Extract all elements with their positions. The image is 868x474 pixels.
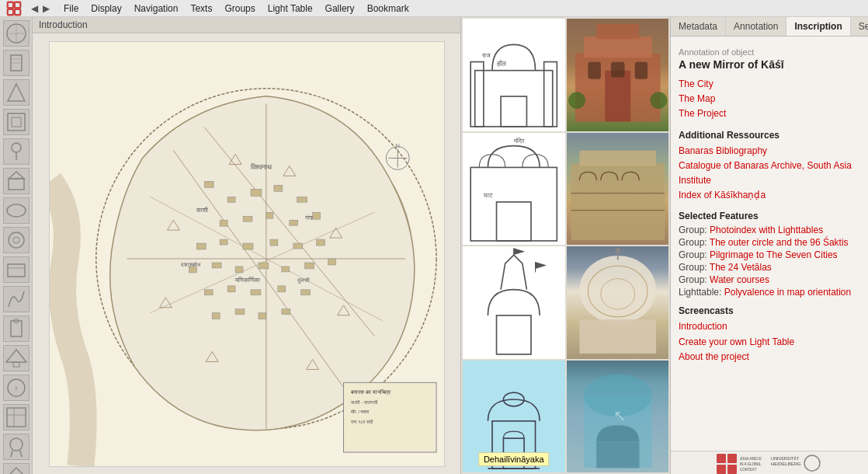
thumb-5[interactable] [463,246,565,359]
svg-rect-109 [596,24,639,40]
svg-rect-73 [300,289,310,295]
link-the-city[interactable]: The City [679,77,860,92]
svg-text:मीर / नक्शा: मीर / नक्शा [350,409,370,414]
link-about-project[interactable]: About the project [679,350,860,364]
thumb-6[interactable] [567,246,669,359]
group-link-5[interactable]: Water courses [710,274,769,285]
sidebar-thumb-8[interactable] [3,227,30,253]
sidebar-thumb-11[interactable] [3,315,30,342]
menu-bookmark[interactable]: Bookmark [361,2,415,16]
link-catalogue[interactable]: Catalogue of Banaras Archive, South Asia… [679,159,860,188]
link-index[interactable]: Index of Kāśīkhaṇḍa [679,188,860,203]
sidebar-thumb-2[interactable] [3,50,30,76]
svg-rect-69 [204,289,213,295]
group-link-3[interactable]: Pilgrimage to The Seven Cities [710,249,838,260]
app-logo [3,1,25,16]
svg-text:UNIVERSITÄT: UNIVERSITÄT [771,456,800,461]
group-line-3: Group: Pilgrimage to The Seven Cities [679,249,860,260]
annotation-label: Annotation of object [679,47,860,57]
svg-marker-24 [6,350,26,362]
menu-file[interactable]: File [57,2,85,16]
group-link-4[interactable]: The 24 Vetālas [710,262,772,273]
menu-texts[interactable]: Texts [184,2,218,16]
thumb-7[interactable]: Dehailīvināyaka [463,361,565,473]
group-link-2[interactable]: The outer circle and the 96 Śaktis [710,237,849,248]
tab-inscription[interactable]: Inscription [786,17,850,36]
sidebar-thumb-12[interactable] [3,345,30,371]
svg-rect-53 [266,212,273,218]
svg-marker-10 [8,84,25,101]
menu-groups[interactable]: Groups [218,2,261,16]
tab-search[interactable]: Search [851,17,868,36]
link-screencast-intro[interactable]: Introduction [679,319,860,334]
thumb-2[interactable] [567,19,669,131]
back-arrow[interactable]: ◀ [30,3,40,14]
thumb-3[interactable]: घाट मंदिर [463,133,565,246]
sidebar-thumb-4[interactable] [3,109,30,135]
sidebar-thumb-1[interactable] [3,20,30,47]
sidebar-thumb-14[interactable] [3,404,30,430]
sidebar-thumb-7[interactable] [3,197,30,224]
svg-rect-57 [220,239,227,245]
svg-text:हॉल: हॉल [496,60,506,68]
info-panel: Metadata Annotation Inscription Search A… [670,17,868,474]
sidebar-thumb-6[interactable] [3,168,30,194]
forward-arrow[interactable]: ▶ [41,3,51,14]
svg-rect-72 [277,285,285,291]
svg-rect-108 [583,37,651,58]
sidebar-thumb-5[interactable] [3,138,30,165]
svg-point-134 [615,248,620,253]
svg-rect-48 [250,189,261,196]
svg-rect-61 [316,239,325,246]
menu-gallery[interactable]: Gallery [319,2,361,16]
group-link-6[interactable]: Polyvalence in map orientation [724,287,851,298]
sidebar-thumb-13[interactable]: T [3,375,30,401]
svg-rect-60 [293,243,302,249]
menu-display[interactable]: Display [85,2,127,16]
svg-rect-120 [571,163,665,240]
svg-rect-103 [470,62,484,127]
svg-rect-64 [235,266,243,272]
svg-rect-12 [12,117,21,127]
link-the-map[interactable]: The Map [679,92,860,106]
sidebar-thumb-15[interactable] [3,434,30,460]
sidebar-thumb-16[interactable] [3,463,30,474]
svg-rect-116 [470,167,557,240]
svg-point-18 [9,232,24,248]
svg-text:काशी - वाराणसी: काशी - वाराणसी [350,399,377,405]
tab-metadata[interactable]: Metadata [671,17,726,36]
svg-text:विश्वनाथ: विश्वनाथ [249,163,272,171]
svg-rect-28 [7,408,26,427]
svg-rect-68 [328,258,335,264]
svg-rect-101 [475,71,553,127]
svg-rect-111 [588,62,600,79]
thumb-1[interactable]: हॉल राज [463,19,565,131]
link-banaras-bibliography[interactable]: Banaras Bibliography [679,144,860,159]
map-canvas[interactable]: विश्वनाथ काशी गंगा मणिकर्णिका दशाश्वमेध … [49,41,445,467]
group-line-4: Group: The 24 Vetālas [679,262,860,273]
svg-point-13 [12,143,21,152]
tab-annotation[interactable]: Annotation [726,17,786,36]
breadcrumb: Introduction [33,17,460,33]
svg-point-17 [7,204,26,217]
link-screencast-lighttable[interactable]: Create your own Light Table [679,335,860,350]
thumb-8[interactable]: ↖ [567,361,669,473]
svg-rect-146 [717,465,726,474]
group-line-2: Group: The outer circle and the 96 Śakti… [679,237,860,248]
svg-text:T: T [14,385,18,392]
link-the-project[interactable]: The Project [679,106,860,121]
info-content: Annotation of object A new Mirror of Kāś… [671,37,868,451]
svg-rect-110 [605,71,630,122]
thumb-4[interactable] [567,133,669,246]
svg-point-114 [568,92,585,109]
group-link-1[interactable]: Photoindex with Lighttables [710,225,823,235]
svg-rect-67 [304,262,314,268]
sidebar-thumb-3[interactable] [3,79,30,106]
svg-text:बनारस का मानचित्र: बनारस का मानचित्र [350,389,391,396]
svg-text:राज: राज [481,52,491,59]
menu-navigation[interactable]: Navigation [128,2,185,16]
svg-rect-144 [717,454,726,463]
menu-lighttable[interactable]: Light Table [262,2,319,16]
sidebar-thumb-9[interactable] [3,256,30,283]
sidebar-thumb-10[interactable] [3,286,30,312]
